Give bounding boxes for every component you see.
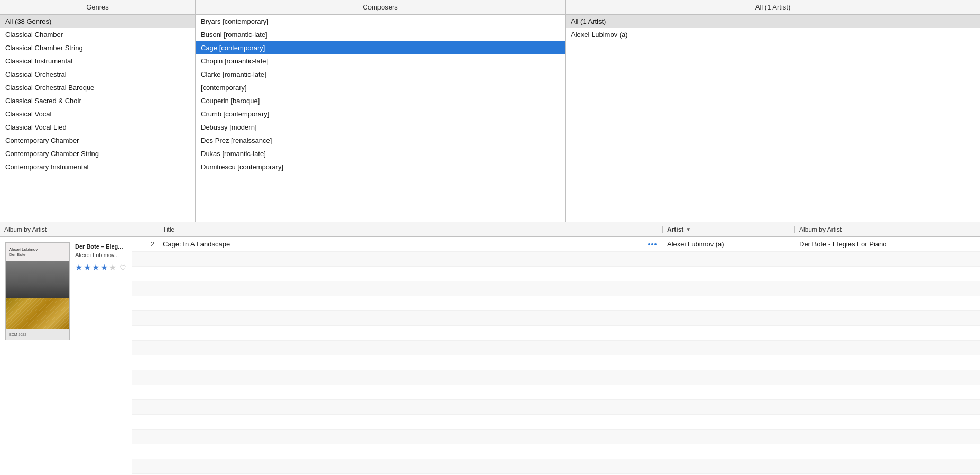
genre-item-classical-orchestral[interactable]: Classical Orchestral bbox=[0, 68, 195, 81]
star-rating[interactable]: ★ ★ ★ ★ ★ ♡ bbox=[75, 262, 126, 272]
app-container: Genres All (38 Genres) Classical Chamber… bbox=[0, 0, 980, 475]
col-header-artist-label: Artist bbox=[667, 226, 683, 233]
composer-item-debussy[interactable]: Debussy [modern] bbox=[196, 121, 565, 134]
cover-line2: Der Bote bbox=[9, 252, 38, 258]
cover-footer-text: ECM 2022 bbox=[9, 333, 26, 336]
cover-footer: ECM 2022 bbox=[6, 329, 69, 340]
composer-item-contemporary[interactable]: [contemporary] bbox=[196, 81, 565, 94]
dot-3 bbox=[654, 243, 657, 245]
col-header-album-by-artist2: Album by Artist bbox=[795, 226, 980, 233]
composer-item-clarke[interactable]: Clarke [romantic-late] bbox=[196, 68, 565, 81]
composer-item-busoni[interactable]: Busoni [romantic-late] bbox=[196, 28, 565, 41]
album-info: Der Bote – Eleg... Alexei Lubimov... ★ ★… bbox=[75, 242, 126, 340]
star-2: ★ bbox=[84, 262, 91, 272]
table-row-empty-5 bbox=[132, 311, 980, 326]
star-4: ★ bbox=[100, 262, 108, 272]
genre-item-classical-chamber-string[interactable]: Classical Chamber String bbox=[0, 41, 195, 54]
artists-panel: All (1 Artist) All (1 Artist) Alexei Lub… bbox=[566, 0, 980, 222]
track-rows: 2 Cage: In A Landscape Alexei Lubimov (a… bbox=[132, 237, 980, 475]
star-3: ★ bbox=[92, 262, 99, 272]
table-row[interactable]: 2 Cage: In A Landscape Alexei Lubimov (a… bbox=[132, 237, 980, 252]
composer-list: Bryars [contemporary] Busoni [romantic-l… bbox=[196, 15, 565, 222]
table-row-empty-9 bbox=[132, 370, 980, 385]
cover-header-text: Alexei Lubimov Der Bote bbox=[9, 247, 38, 257]
album-art-section: Alexei Lubimov Der Bote ECM 2022 Der Bot… bbox=[0, 237, 132, 475]
genre-item-all[interactable]: All (38 Genres) bbox=[0, 15, 195, 28]
table-row-empty-8 bbox=[132, 355, 980, 370]
cover-line1: Alexei Lubimov bbox=[9, 247, 38, 252]
table-row-empty-3 bbox=[132, 281, 980, 296]
track-number: 2 bbox=[132, 240, 159, 248]
table-row-empty-2 bbox=[132, 267, 980, 281]
composers-panel: Composers Bryars [contemporary] Busoni [… bbox=[196, 0, 566, 222]
table-row-empty-7 bbox=[132, 341, 980, 355]
album-art-container: Alexei Lubimov Der Bote ECM 2022 Der Bot… bbox=[5, 242, 126, 340]
tracks-column-headers: Album by Artist Title Artist ▼ Album by … bbox=[0, 222, 980, 237]
genre-item-contemporary-instrumental[interactable]: Contemporary Instrumental bbox=[0, 160, 195, 173]
col-header-album-by-artist: Album by Artist bbox=[0, 226, 132, 233]
dot-1 bbox=[648, 243, 650, 245]
album-artist-label: Alexei Lubimov... bbox=[75, 252, 126, 258]
genre-list: All (38 Genres) Classical Chamber Classi… bbox=[0, 15, 195, 222]
genre-item-contemporary-chamber-string[interactable]: Contemporary Chamber String bbox=[0, 147, 195, 160]
genre-item-classical-orchestral-baroque[interactable]: Classical Orchestral Baroque bbox=[0, 81, 195, 94]
genre-item-classical-instrumental[interactable]: Classical Instrumental bbox=[0, 54, 195, 68]
composers-header: Composers bbox=[196, 0, 565, 15]
composer-item-couperin[interactable]: Couperin [baroque] bbox=[196, 94, 565, 107]
track-title: Cage: In A Landscape bbox=[159, 240, 642, 248]
genre-item-classical-chamber[interactable]: Classical Chamber bbox=[0, 28, 195, 41]
cover-header: Alexei Lubimov Der Bote bbox=[6, 243, 69, 261]
artist-sort-arrow: ▼ bbox=[686, 226, 691, 232]
star-5: ★ bbox=[109, 262, 116, 272]
composer-item-cage[interactable]: Cage [contemporary] bbox=[196, 41, 565, 54]
artist-item-all[interactable]: All (1 Artist) bbox=[566, 15, 980, 28]
col-header-artist: Artist ▼ bbox=[663, 226, 795, 233]
genre-item-contemporary-chamber[interactable]: Contemporary Chamber bbox=[0, 134, 195, 147]
track-artist: Alexei Lubimov (a) bbox=[663, 240, 795, 248]
artist-item-alexei-lubimov[interactable]: Alexei Lubimov (a) bbox=[566, 28, 980, 41]
composer-item-chopin[interactable]: Chopin [romantic-late] bbox=[196, 54, 565, 68]
album-title-label: Der Bote – Eleg... bbox=[75, 243, 126, 250]
genre-item-classical-vocal-lied[interactable]: Classical Vocal Lied bbox=[0, 121, 195, 134]
composer-item-dukas[interactable]: Dukas [romantic-late] bbox=[196, 147, 565, 160]
genres-header: Genres bbox=[0, 0, 195, 15]
table-row-empty-13 bbox=[132, 430, 980, 444]
dot-2 bbox=[651, 243, 653, 245]
star-1: ★ bbox=[75, 262, 82, 272]
browser-panel: Genres All (38 Genres) Classical Chamber… bbox=[0, 0, 980, 222]
table-row-empty-12 bbox=[132, 415, 980, 430]
artists-header: All (1 Artist) bbox=[566, 0, 980, 15]
composer-item-des-prez[interactable]: Des Prez [renaissance] bbox=[196, 134, 565, 147]
tracks-content: Alexei Lubimov Der Bote ECM 2022 Der Bot… bbox=[0, 237, 980, 475]
table-row-empty-15 bbox=[132, 459, 980, 474]
table-row-empty-1 bbox=[132, 252, 980, 267]
genres-panel: Genres All (38 Genres) Classical Chamber… bbox=[0, 0, 196, 222]
tracks-panel: Album by Artist Title Artist ▼ Album by … bbox=[0, 222, 980, 475]
genre-item-classical-vocal[interactable]: Classical Vocal bbox=[0, 107, 195, 121]
track-album: Der Bote - Elegies For Piano bbox=[795, 240, 980, 248]
table-row-empty-4 bbox=[132, 296, 980, 311]
table-row-empty-10 bbox=[132, 385, 980, 400]
heart-icon[interactable]: ♡ bbox=[119, 263, 126, 272]
cover-bottom-image bbox=[6, 298, 69, 329]
artist-list: All (1 Artist) Alexei Lubimov (a) bbox=[566, 15, 980, 222]
composer-item-dumitrescu[interactable]: Dumitrescu [contemporary] bbox=[196, 160, 565, 173]
genre-item-classical-sacred-choir[interactable]: Classical Sacred & Choir bbox=[0, 94, 195, 107]
col-header-title: Title bbox=[159, 226, 663, 233]
composer-item-bryars[interactable]: Bryars [contemporary] bbox=[196, 15, 565, 28]
table-row-empty-11 bbox=[132, 400, 980, 415]
cover-top-image bbox=[6, 261, 69, 298]
table-row-empty-6 bbox=[132, 326, 980, 341]
track-dots bbox=[642, 243, 663, 245]
album-cover: Alexei Lubimov Der Bote ECM 2022 bbox=[5, 242, 70, 340]
table-row-empty-14 bbox=[132, 444, 980, 459]
composer-item-crumb[interactable]: Crumb [contemporary] bbox=[196, 107, 565, 121]
